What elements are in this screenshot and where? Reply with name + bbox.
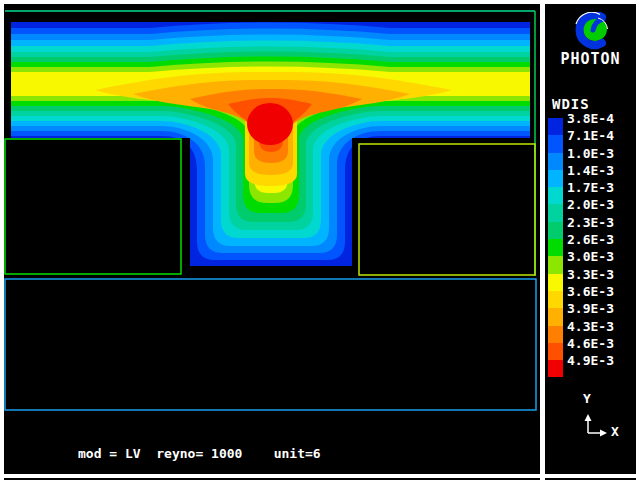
legend-value: 4.6E-3 — [567, 336, 614, 351]
legend-value: 2.0E-3 — [567, 197, 614, 212]
legend-entry: 3.9E-3 — [548, 300, 628, 317]
legend-entry: 2.6E-3 — [548, 231, 628, 248]
axis-arrows-icon — [575, 410, 619, 440]
axis-y-label: Y — [583, 391, 591, 406]
legend-entry: 2.3E-3 — [548, 214, 628, 231]
legend-entry: 4.3E-3 — [548, 318, 628, 335]
legend-value: 3.0E-3 — [567, 249, 614, 264]
contour-peak — [247, 103, 293, 145]
legend-swatch — [548, 360, 563, 377]
legend-entry: 1.0E-3 — [548, 145, 628, 162]
legend-value: 3.3E-3 — [567, 267, 614, 282]
right-block-outline — [359, 144, 535, 275]
legend-value: 4.3E-3 — [567, 319, 614, 334]
legend-entry: 4.9E-3 — [548, 352, 628, 369]
window-border-left — [0, 0, 4, 480]
legend-value: 1.4E-3 — [567, 163, 614, 178]
legend-entry: 1.4E-3 — [548, 162, 628, 179]
legend-value: 3.9E-3 — [567, 301, 614, 316]
legend-entry: 3.0E-3 — [548, 248, 628, 265]
legend-entry: 3.6E-3 — [548, 283, 628, 300]
window-border-right — [636, 0, 640, 480]
legend-value: 2.6E-3 — [567, 232, 614, 247]
legend-entry: 3.8E-4 — [548, 110, 628, 127]
bottom-region-outline — [5, 279, 536, 410]
legend-entry: 3.3E-3 — [548, 266, 628, 283]
legend-value: 1.0E-3 — [567, 146, 614, 161]
legend-entries: 3.8E-47.1E-41.0E-31.4E-31.7E-32.0E-32.3E… — [548, 110, 628, 369]
left-block-outline — [5, 139, 181, 274]
app-name: PHOTON — [545, 50, 636, 68]
legend-entry: 4.6E-3 — [548, 335, 628, 352]
legend-value: 2.3E-3 — [567, 215, 614, 230]
legend-value: 4.9E-3 — [567, 353, 614, 368]
legend-value: 3.6E-3 — [567, 284, 614, 299]
legend-entry: 2.0E-3 — [548, 196, 628, 213]
legend-entry: 1.7E-3 — [548, 179, 628, 196]
legend-value: 7.1E-4 — [567, 128, 614, 143]
legend-value: 1.7E-3 — [567, 180, 614, 195]
status-line: mod = LV reyno= 1000 unit=6 — [78, 446, 321, 461]
photon-screen: PHOTON WDIS 3.8E-47.1E-41.0E-31.4E-31.7E… — [0, 0, 640, 480]
legend-entry: 7.1E-4 — [548, 127, 628, 144]
legend-value: 3.8E-4 — [567, 111, 614, 126]
